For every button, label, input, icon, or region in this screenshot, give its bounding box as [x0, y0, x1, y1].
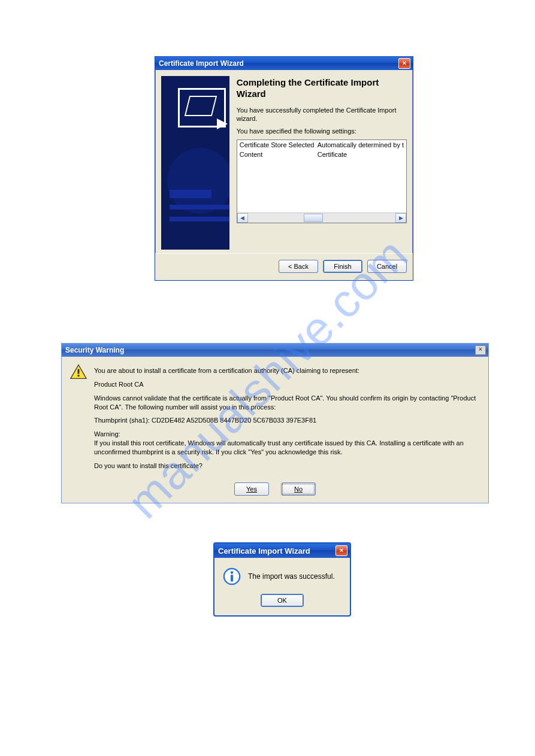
security-warning-dialog: Security Warning × You are about to inst… — [61, 343, 489, 503]
horizontal-scrollbar[interactable]: ◀ ▶ — [237, 212, 406, 223]
svg-rect-5 — [231, 575, 233, 581]
close-icon[interactable]: × — [475, 345, 486, 355]
settings-listbox[interactable]: Certificate Store Selected Automatically… — [237, 139, 407, 223]
wizard-settings-label: You have specified the following setting… — [237, 127, 407, 136]
success-message: The import was successful. — [248, 572, 335, 581]
security-text-intro: You are about to install a certificate f… — [94, 366, 480, 375]
finish-button[interactable]: Finish — [323, 260, 362, 273]
ok-button[interactable]: OK — [261, 594, 304, 607]
security-warning-text: Warning: If you install this root certif… — [94, 430, 480, 457]
svg-rect-2 — [78, 375, 80, 377]
security-thumbprint: Thumbprint (sha1): CD2DE482 A52D508B 844… — [94, 416, 480, 425]
security-question: Do you want to install this certificate? — [94, 462, 480, 470]
scroll-track[interactable] — [248, 213, 395, 223]
success-title: Certificate Import Wizard — [218, 546, 310, 555]
scroll-thumb[interactable] — [304, 214, 323, 222]
wizard-success-text: You have successfully completed the Cert… — [237, 106, 407, 124]
security-ca-name: Product Root CA — [94, 380, 480, 389]
security-validation-text: Windows cannot validate that the certifi… — [94, 394, 480, 412]
yes-button[interactable]: Yes — [234, 482, 269, 496]
security-titlebar[interactable]: Security Warning × — [62, 344, 488, 357]
table-row: Content Certificate — [237, 150, 406, 159]
wizard-heading: Completing the Certificate Import Wizard — [237, 77, 407, 100]
wizard-title: Certificate Import Wizard — [159, 59, 244, 68]
table-row: Certificate Store Selected Automatically… — [237, 140, 406, 150]
svg-point-4 — [231, 571, 234, 574]
wizard-titlebar[interactable]: Certificate Import Wizard × — [155, 57, 413, 70]
back-button[interactable]: < Back — [279, 260, 318, 273]
security-title: Security Warning — [65, 346, 124, 354]
certificate-icon — [178, 88, 226, 127]
cert-import-wizard-dialog: Certificate Import Wizard × Completing t… — [155, 56, 413, 281]
close-icon[interactable]: × — [398, 58, 410, 69]
info-icon — [223, 567, 241, 585]
svg-rect-1 — [78, 369, 80, 374]
close-icon[interactable]: × — [335, 545, 347, 556]
import-success-dialog: Certificate Import Wizard × The import w… — [213, 542, 351, 617]
success-titlebar[interactable]: Certificate Import Wizard × — [214, 544, 350, 558]
scroll-right-icon[interactable]: ▶ — [395, 213, 406, 223]
wizard-sidebar-graphic — [161, 76, 229, 250]
no-button[interactable]: No — [281, 482, 316, 496]
scroll-left-icon[interactable]: ◀ — [237, 213, 248, 223]
cancel-button[interactable]: Cancel — [367, 260, 407, 273]
warning-icon — [70, 364, 87, 379]
